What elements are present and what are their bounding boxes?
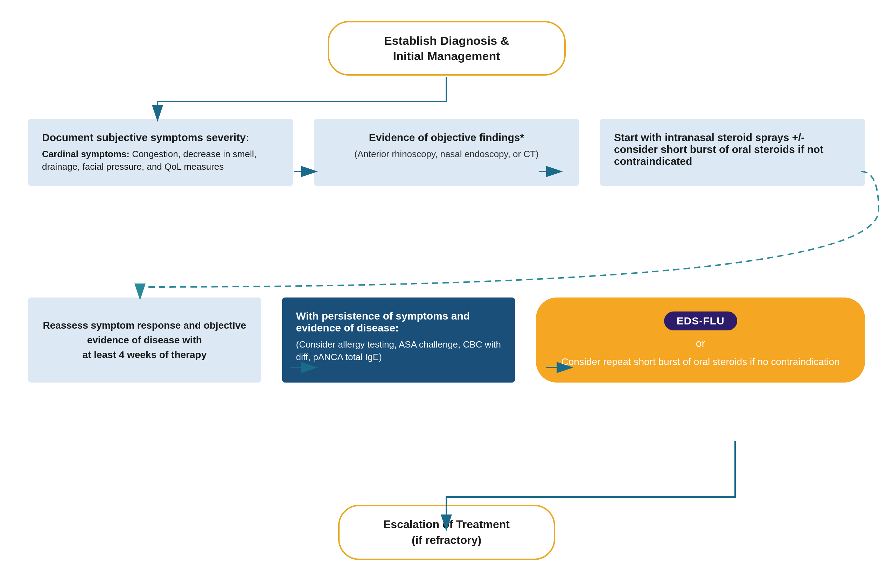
box-reassess: Reassess symptom response and objective … [28,298,261,382]
box-symptoms-body: Cardinal symptoms: Congestion, decrease … [42,148,279,173]
diagram: Establish Diagnosis & Initial Management… [0,0,893,588]
eds-badge: EDS-FLU [664,311,737,331]
eds-badge-text: EDS-FLU [677,315,725,326]
box-reassess-body: Reassess symptom response and objective … [42,318,247,362]
box-persistence: With persistence of symptoms and evidenc… [282,298,515,382]
row2: Reassess symptom response and objective … [28,298,865,382]
eds-body: Consider repeat short burst of oral ster… [561,355,839,368]
bottom-node-text: Escalation of Treatment (if refractory) [353,517,540,548]
box-persistence-body: (Consider allergy testing, ASA challenge… [296,338,501,364]
box-objective: Evidence of objective findings* (Anterio… [314,119,579,186]
arrows-overlay [0,0,893,588]
box-steroid-title: Start with intranasal steroid sprays +/-… [614,132,851,167]
box-steroid: Start with intranasal steroid sprays +/-… [600,119,865,186]
box-symptoms: Document subjective symptoms severity: C… [28,119,293,186]
top-node-title: Establish Diagnosis & Initial Management [343,33,550,64]
box-persistence-title: With persistence of symptoms and evidenc… [296,310,501,334]
box-objective-title: Evidence of objective findings* [328,132,565,143]
box-eds-flu: EDS-FLU or Consider repeat short burst o… [536,298,865,382]
box-symptoms-title: Document subjective symptoms severity: [42,132,279,143]
bottom-node: Escalation of Treatment (if refractory) [338,505,555,560]
or-text: or [696,337,705,349]
top-node: Establish Diagnosis & Initial Management [328,21,566,75]
row1: Document subjective symptoms severity: C… [28,119,865,186]
box-objective-body: (Anterior rhinoscopy, nasal endoscopy, o… [328,148,565,160]
